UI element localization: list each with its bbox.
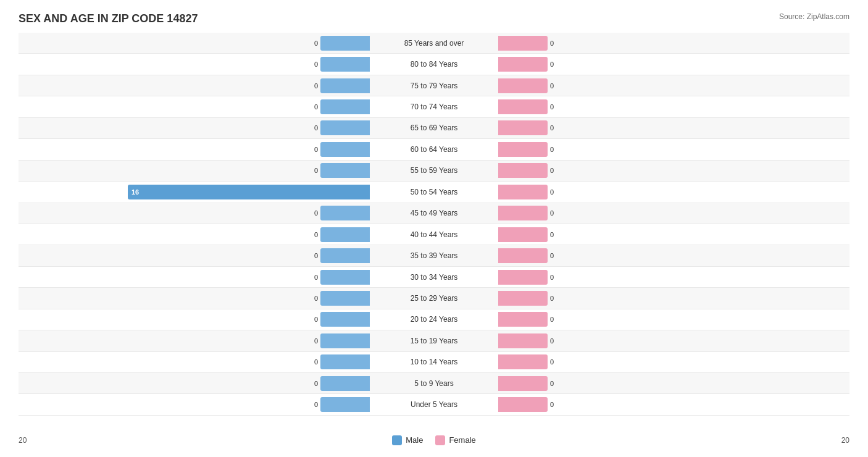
female-bar <box>498 397 548 412</box>
chart-title: SEX AND AGE IN ZIP CODE 14827 <box>19 12 849 25</box>
male-bar <box>320 333 370 348</box>
age-group-label: 85 Years and over <box>372 39 496 48</box>
female-bar <box>498 376 548 391</box>
male-value-zero: 0 <box>314 231 318 238</box>
axis-label-right: 20 <box>841 436 849 445</box>
male-bar <box>320 291 370 306</box>
right-section: 0 <box>496 118 849 138</box>
right-section: 0 <box>496 373 849 393</box>
left-section: 0 <box>19 75 372 96</box>
age-group-label: 15 to 19 Years <box>372 337 496 345</box>
female-bar <box>498 206 548 220</box>
age-group-label: 20 to 24 Years <box>372 315 496 324</box>
right-section: 0 <box>496 161 849 181</box>
left-section: 0 <box>19 330 372 351</box>
right-section: 0 <box>496 54 849 74</box>
age-group-label: 80 to 84 Years <box>372 60 496 69</box>
male-value-zero: 0 <box>314 61 318 68</box>
male-bar <box>320 120 370 135</box>
legend-item-female: Female <box>435 435 475 445</box>
male-bar <box>320 57 370 72</box>
male-bar <box>320 36 370 51</box>
age-group-label: 10 to 14 Years <box>372 358 496 366</box>
male-value-zero: 0 <box>314 358 318 366</box>
left-section: 0 <box>19 139 372 159</box>
age-group-label: Under 5 Years <box>372 400 496 409</box>
right-section: 0 <box>496 267 849 287</box>
male-value-zero: 0 <box>314 337 318 345</box>
female-value-zero: 0 <box>550 337 554 345</box>
female-bar <box>498 78 548 93</box>
female-value-zero: 0 <box>550 61 554 68</box>
female-bar <box>498 36 548 51</box>
male-value-zero: 0 <box>314 103 318 111</box>
left-section: 0 <box>19 352 372 372</box>
female-value-zero: 0 <box>550 231 554 238</box>
legend-box-male <box>392 435 402 445</box>
female-bar <box>498 354 548 369</box>
chart-row: 060 to 64 Years0 <box>19 139 849 160</box>
female-value-zero: 0 <box>550 40 554 47</box>
female-value-zero: 0 <box>550 380 554 387</box>
male-bar <box>320 354 370 369</box>
right-section: 0 <box>496 139 849 159</box>
bottom-section: 20 Male Female 20 <box>0 423 868 457</box>
right-section: 0 <box>496 96 849 117</box>
right-section: 0 <box>496 330 849 351</box>
legend: Male Female <box>392 435 476 445</box>
female-bar <box>498 163 548 178</box>
chart-row: 025 to 29 Years0 <box>19 288 849 309</box>
axis-label-left: 20 <box>19 436 27 445</box>
female-value-zero: 0 <box>550 295 554 302</box>
male-bar <box>320 206 370 220</box>
right-section: 0 <box>496 309 849 330</box>
chart-area: 085 Years and over0080 to 84 Years0075 t… <box>19 33 849 416</box>
male-value-zero: 0 <box>314 209 318 217</box>
female-value-zero: 0 <box>550 274 554 281</box>
male-bar <box>320 376 370 391</box>
female-bar <box>498 57 548 72</box>
age-group-label: 5 to 9 Years <box>372 379 496 388</box>
male-bar <box>320 270 370 285</box>
chart-row: 035 to 39 Years0 <box>19 245 849 266</box>
legend-box-female <box>435 435 445 445</box>
female-value-zero: 0 <box>550 401 554 408</box>
age-group-label: 60 to 64 Years <box>372 145 496 154</box>
male-value-zero: 0 <box>314 401 318 408</box>
right-section: 0 <box>496 352 849 372</box>
male-bar <box>320 248 370 263</box>
age-group-label: 70 to 74 Years <box>372 103 496 111</box>
female-bar <box>498 142 548 157</box>
female-value-zero: 0 <box>550 358 554 366</box>
chart-container: SEX AND AGE IN ZIP CODE 14827 Source: Zi… <box>0 0 868 457</box>
female-bar <box>498 270 548 285</box>
legend-female-label: Female <box>449 435 475 445</box>
right-section: 0 <box>496 288 849 308</box>
chart-row: 010 to 14 Years0 <box>19 352 849 373</box>
left-section: 0 <box>19 54 372 74</box>
female-value-zero: 0 <box>550 209 554 217</box>
age-group-label: 75 to 79 Years <box>372 82 496 90</box>
left-section: 0 <box>19 309 372 330</box>
right-section: 0 <box>496 394 849 414</box>
chart-row: 1650 to 54 Years0 <box>19 182 849 203</box>
male-value-zero: 0 <box>314 40 318 47</box>
chart-row: 040 to 44 Years0 <box>19 224 849 245</box>
male-value-zero: 0 <box>314 167 318 174</box>
female-value-zero: 0 <box>550 103 554 111</box>
female-value-zero: 0 <box>550 124 554 132</box>
source-text: Source: ZipAtlas.com <box>779 12 849 21</box>
chart-row: 05 to 9 Years0 <box>19 373 849 394</box>
female-bar <box>498 312 548 327</box>
right-section: 0 <box>496 75 849 96</box>
age-group-label: 50 to 54 Years <box>372 188 496 196</box>
right-section: 0 <box>496 203 849 224</box>
left-section: 0 <box>19 161 372 181</box>
male-value-label: 16 <box>128 188 139 196</box>
male-bar <box>320 99 370 114</box>
male-value-zero: 0 <box>314 380 318 387</box>
male-bar <box>320 397 370 412</box>
female-bar <box>498 120 548 135</box>
age-group-label: 30 to 34 Years <box>372 273 496 282</box>
chart-row: 020 to 24 Years0 <box>19 309 849 330</box>
